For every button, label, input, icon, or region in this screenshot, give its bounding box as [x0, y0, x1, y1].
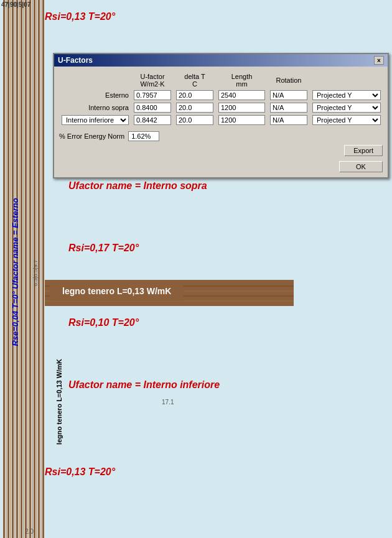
col-length-header: Lengthmm	[216, 72, 268, 89]
row-deltat-interno-sopra	[174, 101, 216, 114]
row-rotation-interno-inferiore	[268, 114, 310, 126]
wood-material-label: legno tenero L=0,13 W/mK	[50, 281, 184, 301]
row-projection-esterno: Projected Y	[310, 89, 383, 101]
projection-select-interno-inferiore[interactable]: Projected Y	[312, 115, 381, 125]
error-energy-norm-row: % Error Energy Norm	[59, 131, 383, 141]
svg-text:6.3|8.5|9.7: 6.3|8.5|9.7	[32, 260, 39, 286]
row-deltat-interno-inferiore	[174, 114, 216, 126]
ufactor-input-esterno[interactable]	[134, 90, 171, 100]
dialog-title: U-Factors	[58, 56, 93, 65]
dialog-body: U-factorW/m2·K delta TC Lengthmm Rotatio…	[54, 67, 388, 177]
projection-select-interno-sopra[interactable]: Projected Y	[312, 103, 381, 113]
row-length-interno-sopra	[216, 101, 268, 114]
deltat-input-interno-sopra[interactable]	[176, 103, 213, 113]
table-header-row: U-factorW/m2·K delta TC Lengthmm Rotatio…	[59, 72, 383, 89]
svg-rect-3	[7, 0, 9, 538]
col-deltat-header: delta TC	[174, 72, 216, 89]
svg-rect-13	[29, 0, 31, 538]
row-rotation-esterno	[268, 89, 310, 101]
col-projection-header	[310, 72, 383, 89]
ufactor-input-interno-sopra[interactable]	[134, 103, 171, 113]
col-rotation-header: Rotation	[268, 72, 310, 89]
row-label-interno-inferiore: Interno inferiore	[59, 114, 131, 126]
row-label-esterno: Esterno	[59, 89, 131, 101]
row-label-interno-sopra: Interno sopra	[59, 101, 131, 114]
length-input-interno-sopra[interactable]	[218, 103, 265, 113]
row-label-dropdown: Interno inferiore	[62, 115, 129, 125]
coordinate-label: 47|90|5|07	[1, 1, 30, 8]
length-input-interno-inferiore[interactable]	[218, 115, 265, 125]
ufactors-table: U-factorW/m2·K delta TC Lengthmm Rotatio…	[59, 72, 383, 126]
error-energy-norm-value[interactable]	[128, 131, 159, 141]
svg-rect-1	[3, 0, 5, 538]
svg-text:17.1: 17.1	[162, 399, 174, 406]
ufactor-input-interno-inferiore[interactable]	[134, 115, 171, 125]
row-ufactor-interno-inferiore	[131, 114, 174, 126]
svg-rect-11	[25, 0, 27, 538]
rsi-mid2-label: Rsi=0,10 T=20°	[68, 317, 139, 328]
ufactors-dialog: U-Factors × U-factorW/m2·K delta TC Leng…	[53, 53, 389, 179]
col-name-header	[59, 72, 131, 89]
table-row: Interno inferiore	[59, 114, 383, 126]
row-length-esterno	[216, 89, 268, 101]
rotation-input-interno-sopra[interactable]	[270, 103, 307, 113]
svg-rect-19	[42, 0, 44, 538]
table-row: Interno sopra Projecte	[59, 101, 383, 114]
row-length-interno-inferiore	[216, 114, 268, 126]
rsi-top-label: Rsi=0,13 T=20°	[45, 11, 115, 22]
svg-rect-12	[27, 0, 29, 538]
length-input-esterno[interactable]	[218, 90, 265, 100]
col-ufactor-header: U-factorW/m2·K	[131, 72, 174, 89]
row-rotation-interno-sopra	[268, 101, 310, 114]
vertical-wood-label-lower: legno tenero L=0,13 W/mK	[55, 340, 63, 464]
table-row: Esterno Projected Y	[59, 89, 383, 101]
error-energy-norm-label: % Error Energy Norm	[59, 132, 124, 140]
rotation-input-interno-inferiore[interactable]	[270, 115, 307, 125]
row-ufactor-interno-sopra	[131, 101, 174, 114]
rsi-bottom-label: Rsi=0,13 T=20°	[45, 466, 115, 478]
svg-rect-10	[23, 0, 24, 538]
side-label: Rse=0,04 T=0° Ufactor name = Esterno	[11, 198, 20, 346]
rsi-mid1-label: Rsi=0,17 T=20°	[68, 243, 139, 254]
projection-select-esterno[interactable]: Projected Y	[312, 90, 381, 100]
svg-text:2.0: 2.0	[25, 528, 34, 535]
dialog-close-button[interactable]: ×	[374, 56, 384, 65]
deltat-input-esterno[interactable]	[176, 90, 213, 100]
row-ufactor-esterno	[131, 89, 174, 101]
svg-rect-2	[6, 0, 7, 538]
svg-rect-9	[21, 0, 22, 538]
row-name-select-interno-inferiore[interactable]: Interno inferiore	[62, 115, 129, 125]
ufactor-interno-inferiore-label: Ufactor name = Interno inferiore	[68, 379, 220, 391]
export-button[interactable]: Export	[344, 145, 383, 156]
dialog-titlebar: U-Factors ×	[54, 54, 388, 67]
deltat-input-interno-inferiore[interactable]	[176, 115, 213, 125]
row-deltat-esterno	[174, 89, 216, 101]
row-projection-interno-inferiore: Projected Y	[310, 114, 383, 126]
ok-button[interactable]: OK	[339, 161, 383, 172]
row-projection-interno-sopra: Projected Y	[310, 101, 383, 114]
rotation-input-esterno[interactable]	[270, 90, 307, 100]
ufactor-interno-sopra-label: Ufactor name = Interno sopra	[68, 180, 207, 192]
svg-rect-18	[40, 0, 42, 538]
